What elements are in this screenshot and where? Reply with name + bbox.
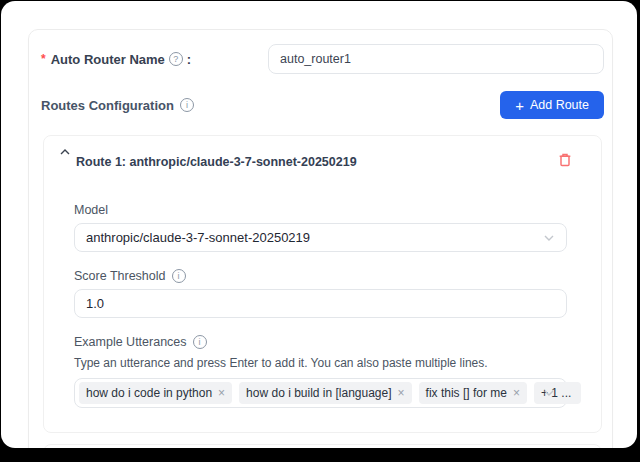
info-circle-icon[interactable]: i [180,98,194,112]
route-1-header[interactable]: Route 1: anthropic/claude-3-7-sonnet-202… [74,136,585,170]
utterance-tag-label: how do i code in python [86,386,212,400]
remove-tag-icon[interactable]: × [513,386,520,400]
example-utterances-label: Example Utterances i [74,335,585,349]
utterance-tag: how do i code in python × [79,382,232,404]
utterance-tag: fix this [] for me × [419,382,527,404]
score-threshold-input[interactable] [74,289,567,318]
more-tags-badge[interactable]: + 1 ... [534,382,581,404]
plus-icon: + [515,98,524,113]
chevron-up-icon[interactable] [59,146,71,158]
route-card-2: Route 2: azure_ai/gpt-4o [43,444,602,448]
route-card-1: Route 1: anthropic/claude-3-7-sonnet-202… [43,135,602,433]
question-circle-icon[interactable]: ? [169,52,183,66]
routes-configuration-header: Routes Configuration i + Add Route [41,91,604,119]
info-circle-icon[interactable]: i [172,269,186,283]
utterance-tag: how do i build in [language] × [239,382,411,404]
required-asterisk: * [41,52,46,66]
auto-router-name-row: * Auto Router Name ? : [41,44,604,74]
auto-router-name-label: * Auto Router Name ? : [41,52,191,67]
auto-router-name-label-text: Auto Router Name [51,52,165,67]
remove-tag-icon[interactable]: × [398,386,405,400]
route-2-header[interactable]: Route 2: azure_ai/gpt-4o [74,445,585,448]
add-route-button-label: Add Route [530,98,589,112]
chevron-down-icon [543,232,555,244]
auto-router-name-input[interactable] [268,44,604,74]
model-select-value: anthropic/claude-3-7-sonnet-20250219 [86,230,310,245]
utterances-multiselect[interactable]: how do i code in python × how do i build… [74,378,567,408]
utterances-helper-text: Type an utterance and press Enter to add… [74,356,585,370]
page: * Auto Router Name ? : Routes Configurat… [1,1,637,448]
chevron-down-icon [543,387,555,399]
auto-router-form-card: * Auto Router Name ? : Routes Configurat… [28,29,613,448]
score-threshold-label: Score Threshold i [74,269,585,283]
utterance-tag-label: fix this [] for me [426,386,507,400]
trash-icon[interactable] [557,151,573,168]
label-colon: : [187,52,191,67]
routes-configuration-label: Routes Configuration i [41,98,194,113]
model-select[interactable]: anthropic/claude-3-7-sonnet-20250219 [74,223,567,252]
info-circle-icon[interactable]: i [193,335,207,349]
routes-configuration-label-text: Routes Configuration [41,98,174,113]
utterance-tag-label: how do i build in [language] [246,386,391,400]
add-route-button[interactable]: + Add Route [500,91,604,119]
model-label: Model [74,203,585,217]
remove-tag-icon[interactable]: × [218,386,225,400]
route-1-title: Route 1: anthropic/claude-3-7-sonnet-202… [76,149,357,169]
